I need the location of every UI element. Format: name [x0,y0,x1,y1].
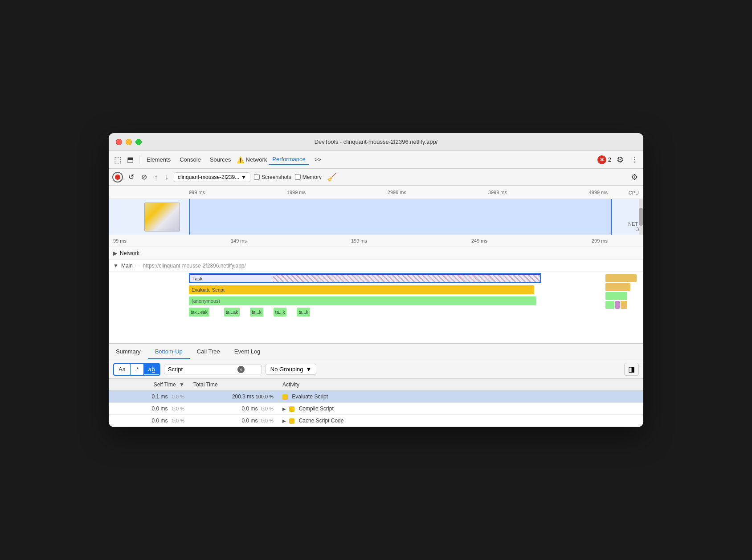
search-input[interactable] [168,366,235,373]
url-selector[interactable]: clinquant-mousse-2f239... ▼ [174,172,250,182]
elements-tab[interactable]: Elements [143,154,174,165]
anonymous-label: (anonymous) [192,298,220,304]
activity-header[interactable]: Activity [278,379,643,391]
task-label: Task [192,276,203,281]
table-row[interactable]: 0.1 ms 0.0 % 200.3 ms 100.0 % Evaluate S… [109,391,643,403]
screenshot-thumbnail [144,203,180,231]
right-mini-bars [605,274,637,309]
total-time-header[interactable]: Total Time [189,379,278,391]
filter-group: Aa .* ab̲ [113,363,160,376]
reload-record-button[interactable]: ↺ [127,171,136,183]
url-dropdown-icon: ▼ [241,174,246,180]
toolbar-divider [139,155,139,164]
summary-tab[interactable]: Summary [109,345,148,359]
second-ruler-mark-2: 149 ms [231,238,247,243]
ruler-mark-2: 1999 ms [287,190,306,195]
error-badge: ✕ [597,155,606,164]
bottom-tab-bar: Summary Bottom-Up Call Tree Event Log [109,344,643,360]
memory-checkbox-group: Memory [295,174,322,180]
small-bar-4[interactable]: ta...k [297,308,310,317]
error-count: 2 [608,156,611,163]
clear-button[interactable]: ⊘ [139,171,149,183]
activity-icon-3 [289,418,294,424]
device-toolbar-icon[interactable]: ⬒ [125,154,135,166]
activity-icon-2 [289,406,294,412]
performance-tab[interactable]: Performance [269,154,309,165]
task-bar[interactable]: Task [189,274,541,283]
timeline-chart[interactable]: ⏸ ⏸ NET 3 [109,199,643,235]
task-hatched-overlay [273,275,540,282]
main-row[interactable]: ▼ Main — https://clinquant-mousse-2f2396… [109,260,643,272]
network-tab-warning[interactable]: ⚠️ Network [237,156,267,163]
screenshots-checkbox[interactable] [254,174,260,180]
network-row[interactable]: ▶ Network [109,247,643,260]
sidebar-toggle-button[interactable]: ◨ [624,363,639,376]
activity-cell-1: Evaluate Script [278,391,643,403]
small-bar-0[interactable]: tak...eak [189,308,209,317]
console-tab[interactable]: Console [176,154,204,165]
memory-label: Memory [302,174,322,180]
anonymous-bar[interactable]: (anonymous) [189,296,536,305]
download-button[interactable]: ↓ [163,171,170,183]
main-toolbar: ⬚ ⬒ Elements Console Sources ⚠️ Network … [109,151,643,169]
close-button[interactable] [116,139,122,145]
clear-search-button[interactable]: × [237,366,245,373]
upload-button[interactable]: ↑ [152,171,159,183]
timeline-ruler-second: 99 ms 149 ms 199 ms 249 ms 299 ms [109,235,643,247]
maximize-button[interactable] [135,139,142,145]
more-options-button[interactable]: ⋮ [629,154,640,166]
second-ruler-mark-5: 299 ms [592,238,608,243]
record-button[interactable] [112,172,123,183]
memory-icon[interactable]: 🧹 [325,170,339,184]
table-row[interactable]: 0.0 ms 0.0 % 0.0 ms 0.0 % ▶ Cache Script… [109,415,643,427]
expand-arrow-2[interactable]: ▶ [282,406,286,411]
more-tabs-button[interactable]: >> [311,154,325,165]
activity-icon-1 [282,394,288,400]
scrollbar-thumb[interactable] [639,208,643,226]
main-row-label: Main — https://clinquant-mousse-2f2396.n… [121,263,246,269]
flame-chart-area[interactable]: Task Evaluate Script (anonymous) tak...e… [109,272,643,343]
total-time-cell-1: 200.3 ms 100.0 % [189,391,278,403]
settings-button[interactable]: ⚙ [615,153,625,166]
aa-filter-btn[interactable]: Aa [114,364,130,374]
data-table: Self Time ▼ Total Time Activity 0.1 ms [109,379,643,427]
filter-bar: Aa .* ab̲ × No Grouping ▼ ◨ [109,360,643,379]
small-bar-1[interactable]: ta...ak [224,308,240,317]
call-tree-tab[interactable]: Call Tree [190,345,227,359]
main-expand-icon: ▼ [113,263,119,269]
scrollbar-v[interactable] [639,199,643,235]
grouping-dropdown-icon: ▼ [306,366,312,373]
regex-filter-btn[interactable]: .* [131,364,143,374]
table-row[interactable]: 0.0 ms 0.0 % 0.0 ms 0.0 % ▶ Compile Scri… [109,403,643,415]
total-time-cell-3: 0.0 ms 0.0 % [189,415,278,427]
event-log-tab[interactable]: Event Log [227,345,268,359]
inspector-icon[interactable]: ⬚ [112,153,123,166]
small-bars-row: tak...eak ta...ak ta...k ta...k ta...k [189,308,310,317]
ruler-mark-4: 3999 ms [488,190,507,195]
grouping-select[interactable]: No Grouping ▼ [266,364,317,375]
bottom-panel: Summary Bottom-Up Call Tree Event Log Aa… [109,343,643,427]
memory-checkbox[interactable] [295,174,301,180]
activity-cell-3: ▶ Cache Script Code [278,415,643,427]
second-ruler-mark-3: 199 ms [351,238,367,243]
screenshots-label: Screenshots [262,174,291,180]
warning-icon: ⚠️ [237,156,244,163]
ruler-marks-top: 999 ms 1999 ms 2999 ms 3999 ms 4999 ms [189,190,608,195]
self-time-header[interactable]: Self Time ▼ [109,379,189,391]
small-bar-3[interactable]: ta...k [274,308,287,317]
second-ruler-mark-4: 249 ms [471,238,487,243]
traffic-lights [116,139,142,145]
cpu-label: CPU [629,190,639,195]
match-filter-btn[interactable]: ab̲ [144,364,159,374]
ruler-mark-5: 4999 ms [589,190,608,195]
small-bar-2[interactable]: ta...k [250,308,263,317]
bottom-up-tab[interactable]: Bottom-Up [148,345,190,359]
second-ruler-mark-1: 99 ms [113,238,127,243]
search-container: × [164,365,262,374]
expand-arrow-3[interactable]: ▶ [282,418,286,423]
sources-tab[interactable]: Sources [206,154,235,165]
perf-settings-button[interactable]: ⚙ [629,170,640,184]
evaluate-script-bar[interactable]: Evaluate Script [189,285,534,294]
minimize-button[interactable] [126,139,132,145]
url-value: clinquant-mousse-2f239... [178,174,239,180]
